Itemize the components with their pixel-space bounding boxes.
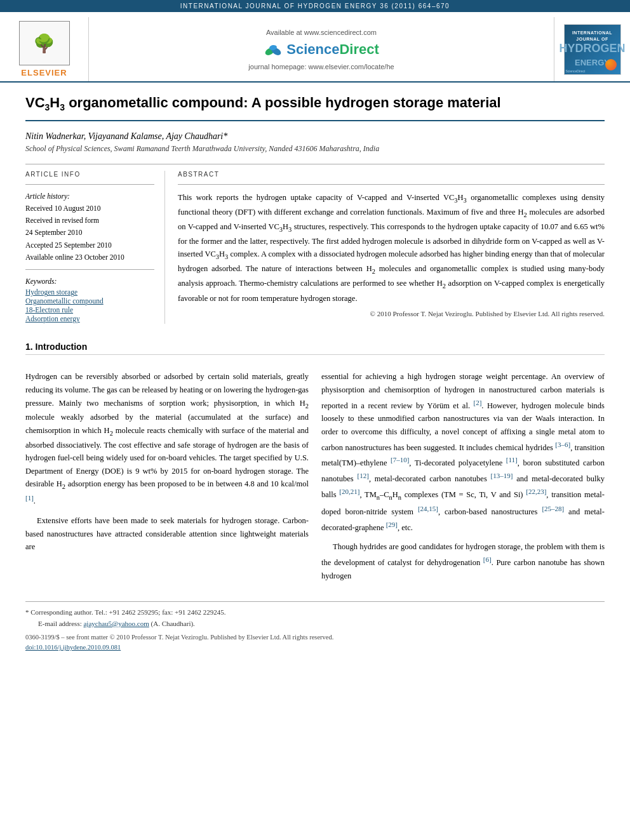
elsevier-logo-image: 🌳 [19,21,70,65]
affiliation-line: School of Physical Sciences, Swami Raman… [25,144,605,154]
cover-journal-title: INTERNATIONALJOURNAL OF [572,30,612,41]
journal-header-text: INTERNATIONAL JOURNAL OF HYDROGEN ENERGY… [180,3,450,10]
intro-para-1: Hydrogen can be reversibly absorbed or a… [25,370,309,508]
title-text: VC3H3 organometallic compound: A possibl… [25,95,501,110]
accepted-date: Accepted 25 September 2010 [25,240,154,251]
received-2-date: 24 September 2010 [25,227,154,238]
intro-right-para-1: essential for achieving a high hydrogen … [321,370,605,534]
keywords-label-text: Keywords: [25,277,57,285]
intro-heading: 1. Introduction [25,342,605,355]
intro-heading-text: 1. Introduction [25,342,87,352]
abstract-paragraph: This work reports the hydrogen uptake ca… [178,191,605,305]
email-indent: E-mail address: [25,620,83,627]
ref-2[interactable]: [2] [474,399,482,406]
divider [25,164,605,164]
ref-6[interactable]: [6] [483,556,492,563]
keyword-adsorption[interactable]: Adsorption energy [25,315,154,323]
sciencedirect-text: ScienceDirect [286,41,379,58]
ref-25-28[interactable]: [25–28] [542,505,564,512]
article-title: VC3H3 organometallic compound: A possibl… [25,94,605,121]
ref-22-23[interactable]: [22,23] [526,488,546,495]
issn-line: 0360-3199/$ – see front matter © 2010 Pr… [25,632,605,643]
article-main: VC3H3 organometallic compound: A possibl… [0,83,630,589]
intro-right-para-2: Though hydrides are good candidates for … [321,540,605,582]
authors-text: Nitin Wadnerkar, Vijayanand Kalamse, Aja… [25,131,227,141]
cover-sd-logo: ScienceDirect [566,69,586,73]
sciencedirect-area: Available at www.sciencedirect.com Scien… [89,17,554,81]
elsevier-logo-area: 🌳 ELSEVIER [0,17,89,81]
keyword-organometallic[interactable]: Organometallic compound [25,297,154,305]
article-info-label: ARTICLE INFO [25,171,154,178]
available-date: Available online 23 October 2010 [25,252,154,263]
ref-12[interactable]: [12] [358,472,369,479]
journal-header: INTERNATIONAL JOURNAL OF HYDROGEN ENERGY… [0,0,630,12]
doi-line[interactable]: doi:10.1016/j.ijhydene.2010.09.081 [25,643,605,653]
email-line: E-mail address: ajaychau5@yahoo.com (A. … [25,618,605,630]
body-left-col: Hydrogen can be reversibly absorbed or a… [25,370,309,589]
article-info-col: ARTICLE INFO Article history: Received 1… [25,171,165,324]
sciencedirect-logo: ScienceDirect [264,40,379,59]
ref-20-21[interactable]: [20,21] [339,488,359,495]
received-1: Received 10 August 2010 [25,203,154,214]
sciencedirect-logo-icon [264,40,283,59]
corresponding-author: * Corresponding author. Tel.: +91 2462 2… [25,607,605,618]
received-2-label: Received in revised form [25,215,154,226]
top-bar: 🌳 ELSEVIER Available at www.sciencedirec… [0,12,630,83]
keyword-18-electron[interactable]: 18-Electron rule [25,306,154,314]
intro-para-2: Extensive efforts have been made to seek… [25,514,309,554]
body-columns: Hydrogen can be reversibly absorbed or a… [25,370,605,589]
copyright-line: © 2010 Professor T. Nejat Veziroglu. Pub… [178,310,605,317]
body-right-col: essential for achieving a high hydrogen … [321,370,605,589]
boron-text: boron [523,459,541,468]
journal-cover: INTERNATIONALJOURNAL OF HYDROGENENERGY S… [554,17,630,81]
abstract-col: ABSTRACT This work reports the hydrogen … [178,171,605,324]
ref-1[interactable]: [1] [25,494,34,502]
ref-29[interactable]: [29] [386,521,398,528]
and-text: and [297,413,309,422]
abstract-label: ABSTRACT [178,171,605,178]
ref-7-10[interactable]: [7–10] [391,456,409,463]
cover-planet-icon [605,59,617,70]
ref-11[interactable]: [11] [506,456,518,463]
abstract-divider [178,184,605,185]
elsevier-tree-icon: 🌳 [33,33,55,54]
history-label-text: Article history: [25,192,70,200]
keywords-label: Keywords: [25,276,154,287]
email-label: (A. Chaudhari). [151,620,195,627]
journal-url: journal homepage: www.elsevier.com/locat… [248,63,394,70]
intro-section: 1. Introduction Hydrogen can be reversib… [25,342,605,589]
authors-line: Nitin Wadnerkar, Vijayanand Kalamse, Aja… [25,131,605,142]
elsevier-wordmark: ELSEVIER [21,68,67,77]
journal-cover-image: INTERNATIONALJOURNAL OF HYDROGENENERGY S… [564,24,621,75]
intro-body-left: Hydrogen can be reversibly absorbed or a… [25,370,309,553]
footnote-area: * Corresponding author. Tel.: +91 2462 2… [25,601,605,653]
info-divider [25,184,154,185]
corresponding-text: * Corresponding author. Tel.: +91 2462 2… [25,608,225,616]
keywords-divider [25,269,154,270]
ref-24-15[interactable]: [24,15] [418,505,438,512]
email-address[interactable]: ajaychau5@yahoo.com [83,620,149,627]
history-label: Article history: [25,191,154,202]
keyword-hydrogen-storage[interactable]: Hydrogen storage [25,288,154,296]
ref-13-19[interactable]: [13–19] [491,472,513,479]
sd-website-text: Available at www.sciencedirect.com [266,29,377,36]
intro-body-right: essential for achieving a high hydrogen … [321,370,605,582]
article-info-abstract: ARTICLE INFO Article history: Received 1… [25,171,605,324]
keywords-section: Keywords: Hydrogen storage Organometalli… [25,276,154,323]
ref-3-6[interactable]: [3–6] [555,441,570,448]
abstract-text: This work reports the hydrogen uptake ca… [178,191,605,305]
